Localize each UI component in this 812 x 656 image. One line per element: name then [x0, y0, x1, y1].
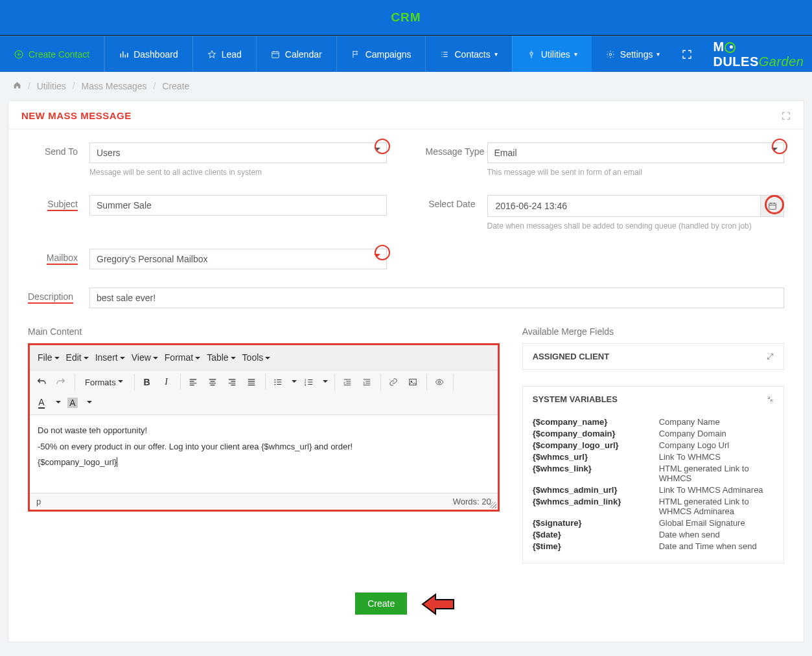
nav-contacts[interactable]: Contacts▾ — [425, 36, 511, 72]
bg-color-icon[interactable]: A — [64, 394, 81, 411]
calendar-picker-button[interactable] — [761, 195, 784, 217]
align-justify-icon[interactable] — [243, 374, 260, 390]
editor-statusbar: p Words: 20 — [30, 493, 498, 510]
description-input[interactable] — [89, 288, 784, 308]
merge-fields-label: Available Merge Fields — [522, 326, 784, 337]
rich-text-editor: File Edit Insert View Format Table Tools — [28, 343, 500, 512]
list-icon — [440, 50, 449, 59]
nav-dashboard[interactable]: Dashboard — [104, 36, 192, 72]
svg-point-6 — [274, 384, 275, 385]
outdent-icon[interactable] — [339, 374, 356, 390]
editor-word-count: Words: 20 — [453, 497, 491, 506]
editor-path[interactable]: p — [36, 497, 41, 506]
select-date-label: Select Date — [426, 195, 487, 231]
bold-icon[interactable]: B — [139, 374, 156, 390]
system-variables-title: SYSTEM VARIABLES — [533, 394, 618, 404]
star-icon — [207, 50, 216, 59]
mailbox-select[interactable]: Gregory's Personal Mailbox — [89, 249, 387, 269]
create-contact-label: Create Contact — [29, 49, 89, 60]
align-left-icon[interactable] — [185, 374, 202, 390]
bar-chart-icon — [119, 50, 128, 59]
preview-icon[interactable] — [431, 374, 448, 390]
main-nav: Create Contact Dashboard Lead Calendar C… — [0, 36, 812, 72]
image-icon[interactable] — [404, 374, 421, 390]
text-color-icon[interactable]: A — [33, 394, 50, 411]
list-dropdown-icon[interactable] — [289, 374, 298, 390]
message-type-help: This message will be sent in form of an … — [487, 168, 785, 177]
home-icon[interactable] — [13, 81, 21, 91]
pushpin-icon — [527, 50, 536, 59]
redo-icon[interactable] — [52, 374, 69, 390]
send-to-select[interactable]: Users — [89, 142, 387, 163]
menu-file[interactable]: File — [35, 349, 62, 366]
chevron-down-icon: ▾ — [656, 51, 660, 58]
system-variables-panel: SYSTEM VARIABLES {$company_name}Company … — [522, 386, 784, 563]
app-banner: CRM — [0, 0, 812, 36]
nav-campaigns[interactable]: Campaigns — [336, 36, 426, 72]
description-label: Description — [28, 288, 89, 308]
bg-color-dropdown-icon[interactable] — [84, 394, 93, 411]
collapse-diag-icon[interactable] — [767, 396, 774, 403]
logo: MDULESGarden — [713, 40, 804, 69]
assigned-client-title: ASSIGNED CLIENT — [533, 352, 609, 361]
align-right-icon[interactable] — [224, 374, 240, 390]
text-color-dropdown-icon[interactable] — [52, 394, 62, 411]
expand-icon[interactable] — [782, 111, 791, 120]
message-type-label: Message Type — [426, 142, 487, 177]
breadcrumb-utilities[interactable]: Utilities — [37, 81, 66, 91]
menu-table[interactable]: Table — [204, 349, 238, 366]
arrow-pointer-icon — [421, 593, 457, 616]
svg-rect-10 — [409, 379, 416, 385]
svg-text:3: 3 — [305, 383, 307, 387]
var-row: {$whmcs_admin_url}Link To WHMCS Adminare… — [533, 485, 774, 495]
breadcrumb-mass-messages[interactable]: Mass Messages — [81, 81, 146, 91]
subject-input[interactable] — [89, 195, 387, 216]
nav-settings[interactable]: Settings▾ — [592, 36, 675, 72]
send-to-help: Message will be sent to all active clien… — [89, 168, 387, 177]
italic-icon[interactable]: I — [158, 374, 175, 390]
editor-content[interactable]: Do not waste teh opportunity! -50% on ev… — [30, 415, 498, 493]
formats-dropdown[interactable]: Formats — [79, 374, 129, 390]
bullet-list-icon[interactable] — [270, 374, 286, 390]
message-type-select[interactable]: Email — [487, 142, 785, 163]
numbered-list-icon[interactable]: 123 — [301, 374, 318, 390]
breadcrumb: / Utilities / Mass Messages / Create — [0, 72, 812, 100]
app-title: CRM — [391, 10, 421, 25]
svg-point-2 — [609, 53, 612, 56]
link-icon[interactable] — [385, 374, 402, 390]
flag-icon — [351, 50, 360, 59]
undo-icon[interactable] — [33, 374, 50, 390]
editor-menubar: File Edit Insert View Format Table Tools — [30, 345, 498, 370]
var-row: {$whmcs_admin_link}HTML generated Link t… — [533, 497, 774, 516]
var-row: {$whmcs_link}HTML generated Link to WHMC… — [533, 464, 774, 483]
var-row: {$whmcs_url}Link To WHMCS — [533, 452, 774, 462]
nav-lead[interactable]: Lead — [192, 36, 256, 72]
var-row: {$company_name}Company Name — [533, 417, 774, 427]
nav-utilities[interactable]: Utilities▾ — [512, 36, 592, 72]
svg-rect-1 — [272, 51, 279, 57]
create-contact-button[interactable]: Create Contact — [0, 36, 104, 72]
fullscreen-icon[interactable] — [682, 49, 692, 60]
menu-format[interactable]: Format — [162, 349, 203, 366]
chevron-down-icon: ▾ — [574, 51, 577, 58]
nav-calendar[interactable]: Calendar — [256, 36, 336, 72]
menu-view[interactable]: View — [129, 349, 161, 366]
expand-diag-icon[interactable] — [767, 353, 774, 360]
var-row: {$time}Date and Time when send — [533, 541, 774, 551]
main-content-label: Main Content — [28, 326, 500, 337]
send-to-label: Send To — [28, 142, 89, 177]
numlist-dropdown-icon[interactable] — [320, 374, 329, 390]
mailbox-label: Mailbox — [28, 249, 89, 269]
menu-edit[interactable]: Edit — [64, 349, 91, 366]
resize-handle-icon[interactable] — [490, 502, 496, 508]
menu-tools[interactable]: Tools — [240, 349, 273, 366]
indent-icon[interactable] — [358, 374, 375, 390]
var-row: {$signature}Global Email Signature — [533, 518, 774, 528]
breadcrumb-create: Create — [162, 81, 189, 91]
align-center-icon[interactable] — [204, 374, 221, 390]
select-date-input[interactable] — [487, 195, 761, 217]
assigned-client-panel: ASSIGNED CLIENT — [522, 343, 784, 370]
select-date-help: Date when messages shall be added to sen… — [487, 221, 785, 231]
menu-insert[interactable]: Insert — [93, 349, 128, 366]
create-button[interactable]: Create — [355, 593, 407, 615]
